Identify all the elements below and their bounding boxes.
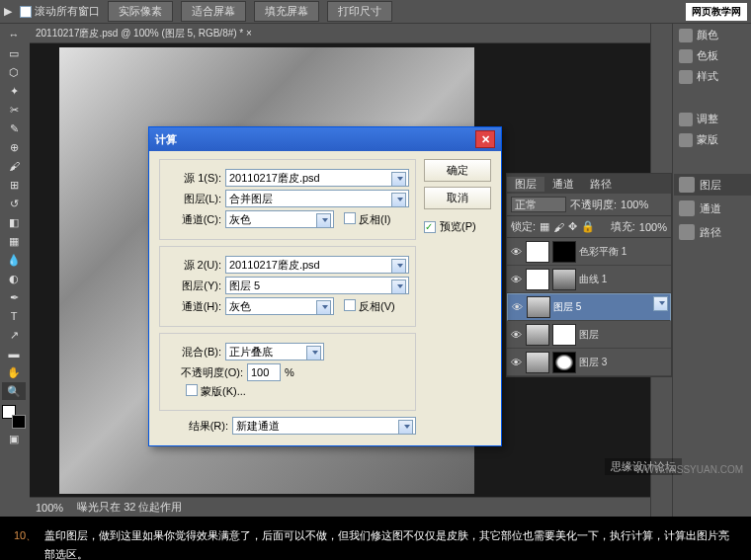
credit-url: WWW.MISSYUAN.COM — [635, 464, 743, 475]
result-label: 结果(R): — [159, 419, 228, 434]
layer-row[interactable]: 👁色彩平衡 1 — [507, 238, 671, 266]
invert1-checkbox[interactable]: 反相(I) — [344, 212, 390, 227]
lasso-tool[interactable]: ⬡ — [2, 63, 26, 81]
preview-checkbox[interactable]: 预览(P) — [424, 219, 491, 234]
source2-select[interactable]: 20110217磨皮.psd — [225, 256, 409, 274]
layer2-select[interactable]: 图层 5 — [225, 277, 409, 294]
marquee-tool[interactable]: ▭ — [2, 44, 26, 62]
layer-row[interactable]: 👁图层 3 — [507, 349, 671, 376]
actual-pixels-button[interactable]: 实际像素 — [108, 1, 173, 22]
layers-panel: 图层 通道 路径 正常 不透明度: 100% 锁定: ▦ 🖌 ✥ 🔒 填充: 1… — [506, 173, 672, 377]
right-tab-paths[interactable]: 路径 — [674, 221, 751, 243]
eye-icon[interactable]: 👁 — [509, 356, 523, 369]
dodge-tool[interactable]: ◐ — [2, 270, 26, 287]
mask-icon — [679, 133, 693, 147]
layer-mask — [552, 324, 576, 346]
layer-thumb — [526, 269, 549, 290]
step-number: 10、 — [14, 526, 37, 560]
layer-thumb — [526, 324, 549, 346]
color-panel-button[interactable]: 颜色 — [675, 26, 749, 44]
channel1-select[interactable]: 灰色 — [225, 210, 334, 228]
source2-label: 源 2(U): — [166, 258, 221, 273]
swatches-icon — [679, 49, 693, 63]
eye-icon[interactable]: 👁 — [509, 273, 523, 286]
channels-icon — [679, 200, 695, 216]
type-tool[interactable]: T — [2, 307, 26, 325]
pen-tool[interactable]: ✒ — [2, 288, 26, 306]
lock-pixels-icon[interactable]: ▦ — [540, 220, 549, 233]
eye-icon[interactable]: 👁 — [509, 245, 523, 259]
eyedropper-tool[interactable]: ✎ — [2, 120, 26, 137]
panel-dock: 颜色 色板 样式 调整 蒙版 — [672, 24, 751, 517]
heal-tool[interactable]: ⊕ — [2, 138, 26, 156]
blend-mode-select[interactable]: 正常 — [511, 197, 566, 212]
swatches-panel-button[interactable]: 色板 — [675, 46, 749, 65]
status-info: 曝光只在 32 位起作用 — [77, 500, 182, 515]
layer-row[interactable]: 👁图层 — [507, 321, 671, 349]
eye-icon[interactable]: 👁 — [510, 300, 524, 314]
cancel-button[interactable]: 取消 — [424, 187, 491, 209]
layer1-select[interactable]: 合并图层 — [225, 190, 409, 207]
tutorial-caption: 10、 盖印图层，做到这里如果你觉得效果满意了，后面可以不做，但我们修这图不仅仅… — [0, 517, 751, 560]
watermark: 网页教学网 — [686, 3, 747, 21]
invert2-checkbox[interactable]: 反相(V) — [344, 299, 395, 314]
layer-thumb — [526, 352, 549, 373]
dialog-titlebar[interactable]: 计算 ✕ — [149, 127, 501, 151]
layer-mask — [552, 352, 576, 373]
result-select[interactable]: 新建通道 — [232, 417, 416, 435]
eraser-tool[interactable]: ◧ — [2, 213, 26, 231]
source1-select[interactable]: 20110217磨皮.psd — [225, 169, 409, 187]
layer-thumb — [527, 296, 550, 318]
gradient-tool[interactable]: ▦ — [2, 232, 26, 250]
tab-paths[interactable]: 路径 — [582, 177, 620, 192]
opacity-label: 不透明度(O): — [166, 365, 243, 380]
lock-move-icon[interactable]: ✥ — [568, 220, 577, 233]
layer2-label: 图层(Y): — [166, 279, 221, 293]
layer-row[interactable]: 👁曲线 1 — [507, 266, 671, 293]
print-size-button[interactable]: 打印尺寸 — [327, 1, 392, 22]
channel1-label: 通道(C): — [166, 212, 221, 227]
right-tab-channels[interactable]: 通道 — [674, 198, 751, 219]
right-tab-layers[interactable]: 图层 — [674, 174, 751, 196]
fill-value[interactable]: 100% — [639, 221, 667, 233]
color-swatches[interactable] — [2, 405, 26, 429]
wand-tool[interactable]: ✦ — [2, 82, 26, 100]
layers-icon — [679, 177, 695, 193]
document-tab[interactable]: 20110217磨皮.psd @ 100% (图层 5, RGB/8#) * × — [30, 24, 650, 43]
lock-paint-icon[interactable]: 🖌 — [553, 221, 564, 233]
path-tool[interactable]: ↗ — [2, 326, 26, 344]
shape-tool[interactable]: ▬ — [2, 345, 26, 362]
eye-icon[interactable]: 👁 — [509, 328, 523, 342]
crop-tool[interactable]: ✂ — [2, 101, 26, 119]
tab-channels[interactable]: 通道 — [544, 177, 582, 192]
masks-panel-button[interactable]: 蒙版 — [675, 130, 749, 149]
quickmask-icon[interactable]: ▣ — [2, 430, 26, 447]
channel2-select[interactable]: 灰色 — [225, 297, 334, 315]
ok-button[interactable]: 确定 — [424, 159, 491, 182]
history-brush-tool[interactable]: ↺ — [2, 195, 26, 212]
layer-thumb — [526, 241, 549, 263]
layer-row[interactable]: 👁图层 5 — [507, 293, 671, 321]
blending-select[interactable]: 正片叠底 — [225, 343, 324, 360]
mask-checkbox[interactable]: 蒙版(K)... — [186, 384, 246, 399]
source1-label: 源 1(S): — [166, 171, 221, 186]
blur-tool[interactable]: 💧 — [2, 251, 26, 269]
color-icon — [679, 29, 693, 42]
zoom-tool[interactable]: 🔍 — [2, 382, 26, 400]
tab-layers[interactable]: 图层 — [507, 177, 544, 192]
styles-panel-button[interactable]: 样式 — [675, 67, 749, 86]
scroll-all-checkbox[interactable]: 滚动所有窗口 — [20, 4, 100, 19]
adjustments-panel-button[interactable]: 调整 — [675, 110, 749, 128]
brush-tool[interactable]: 🖌 — [2, 157, 26, 175]
opacity-value[interactable]: 100% — [621, 199, 648, 210]
toolbox: ↔ ▭ ⬡ ✦ ✂ ✎ ⊕ 🖌 ⊞ ↺ ◧ ▦ 💧 ◐ ✒ T ↗ ▬ ✋ 🔍 … — [0, 24, 30, 517]
hand-tool[interactable]: ✋ — [2, 363, 26, 381]
fit-screen-button[interactable]: 适合屏幕 — [181, 1, 246, 22]
close-icon[interactable]: ✕ — [475, 130, 495, 148]
lock-all-icon[interactable]: 🔒 — [581, 220, 595, 233]
zoom-level[interactable]: 100% — [36, 502, 63, 514]
move-tool[interactable]: ↔ — [2, 26, 26, 43]
fill-screen-button[interactable]: 填充屏幕 — [254, 1, 319, 22]
stamp-tool[interactable]: ⊞ — [2, 176, 26, 194]
opacity-input[interactable]: 100 — [247, 363, 281, 381]
